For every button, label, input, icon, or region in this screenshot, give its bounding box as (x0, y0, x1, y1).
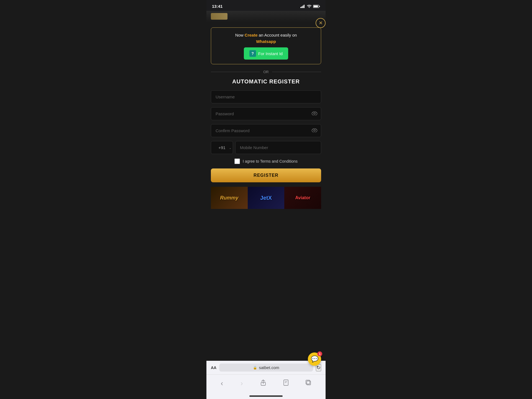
terms-label[interactable]: I agree to Terms and Conditions (243, 159, 298, 163)
svg-rect-0 (300, 7, 301, 8)
site-header (206, 11, 326, 22)
section-title: AUTOMATIC REGISTER (211, 78, 321, 85)
home-indicator (206, 394, 326, 399)
lock-icon: 🔒 (253, 366, 257, 370)
chat-badge: 1 (317, 351, 322, 356)
svg-rect-2 (303, 6, 303, 8)
confirm-password-field-wrapper (211, 124, 321, 137)
banner-text2: an Account easily on (258, 33, 297, 37)
whatsapp-button[interactable]: ? For Instant Id (244, 47, 288, 60)
or-text: OR (263, 70, 269, 74)
game-jetx-label: JetX (260, 195, 272, 201)
chat-bubble[interactable]: 💬 1 (308, 352, 321, 366)
svg-point-7 (314, 113, 315, 114)
status-icons (300, 5, 320, 8)
username-field-wrapper (211, 90, 321, 103)
url-text: satbet.com (259, 365, 279, 370)
nav-tabs-button[interactable] (301, 379, 316, 388)
modal-area: ✕ Now Create an Account easily on Whatsa… (206, 22, 326, 361)
time: 13:41 (212, 4, 222, 9)
phone-row: +91 (211, 141, 321, 154)
phone-frame: 13:41 (206, 0, 326, 399)
close-button[interactable]: ✕ (316, 18, 326, 28)
nav-back-button[interactable]: ‹ (216, 378, 227, 389)
nav-share-button[interactable] (256, 378, 270, 388)
country-code-wrapper: +91 (211, 141, 233, 154)
svg-rect-6 (314, 5, 318, 7)
signal-icon (300, 5, 305, 8)
home-bar (249, 395, 283, 397)
svg-rect-3 (304, 5, 305, 8)
svg-rect-5 (319, 6, 320, 7)
terms-checkbox[interactable] (234, 158, 240, 164)
nav-bookmarks-button[interactable] (279, 378, 293, 388)
browser-bar: AA 🔒 satbet.com ↻ (206, 361, 326, 374)
svg-rect-1 (301, 6, 302, 8)
banner-create: Create (245, 33, 258, 37)
url-bar[interactable]: 🔒 satbet.com (219, 364, 313, 372)
game-rummy-label: Rummy (220, 195, 238, 201)
mobile-number-input[interactable] (235, 141, 321, 154)
chat-bubble-icon: 💬 (311, 355, 318, 363)
wifi-icon (307, 5, 311, 8)
password-input[interactable] (211, 107, 321, 120)
game-aviator-label: Aviator (295, 195, 310, 200)
games-strip: Rummy JetX Aviator (211, 187, 321, 209)
or-divider: OR (211, 70, 321, 74)
country-code-select[interactable]: +91 (211, 141, 233, 154)
banner-text: Now Create an Account easily on Whatsapp (216, 32, 316, 45)
game-aviator[interactable]: Aviator (284, 187, 321, 209)
svg-point-8 (314, 130, 315, 131)
username-input[interactable] (211, 90, 321, 103)
svg-rect-14 (306, 380, 310, 384)
password-field-wrapper (211, 107, 321, 120)
whatsapp-button-label: For Instant Id (258, 51, 283, 56)
status-bar: 13:41 (206, 0, 326, 11)
terms-row: I agree to Terms and Conditions (211, 158, 321, 164)
aa-button[interactable]: AA (211, 365, 216, 370)
game-jetx[interactable]: JetX (248, 187, 285, 209)
nav-bar: ‹ › (206, 374, 326, 394)
whatsapp-banner: Now Create an Account easily on Whatsapp… (211, 27, 321, 64)
banner-now: Now (235, 33, 245, 37)
whatsapp-icon: ? (249, 50, 256, 57)
svg-rect-13 (307, 381, 311, 385)
nav-forward-button[interactable]: › (236, 378, 247, 389)
game-rummy[interactable]: Rummy (211, 187, 248, 209)
battery-icon (313, 5, 320, 8)
banner-whatsapp: Whatsapp (256, 39, 276, 44)
register-button[interactable]: REGISTER (211, 168, 321, 182)
confirm-password-input[interactable] (211, 124, 321, 137)
password-toggle-icon[interactable] (312, 111, 317, 117)
confirm-password-toggle-icon[interactable] (312, 128, 317, 134)
